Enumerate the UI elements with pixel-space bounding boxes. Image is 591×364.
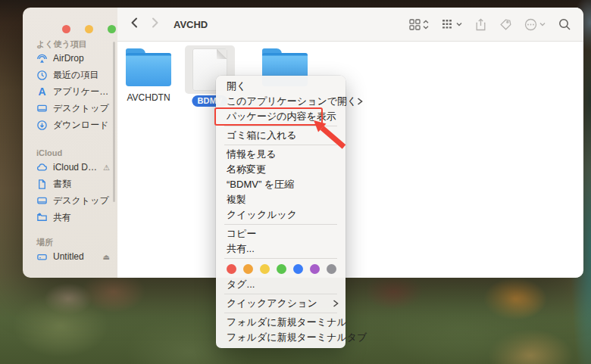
more-options-button[interactable]	[524, 18, 546, 31]
sidebar-item-label: アプリケー…	[53, 86, 108, 98]
desktop-icon	[36, 103, 48, 114]
sidebar-item-icloud-drive[interactable]: iCloud D… ⚠	[33, 159, 113, 176]
sidebar-item-label: AirDrop	[53, 53, 84, 64]
share-button[interactable]	[475, 18, 486, 31]
view-selector-button[interactable]	[409, 19, 429, 30]
sidebar-item-desktop-icloud[interactable]: デスクトップ	[33, 192, 113, 209]
folder-icon	[126, 53, 171, 86]
menu-item-duplicate[interactable]: 複製	[216, 192, 346, 207]
menu-item-quick-look[interactable]: クイックルック	[216, 207, 346, 222]
more-options-icon	[524, 18, 537, 31]
group-by-icon	[442, 19, 454, 30]
download-icon	[36, 120, 48, 131]
file-name-label: AVCHDTN	[120, 92, 177, 103]
sidebar-item-desktop[interactable]: デスクトップ	[33, 100, 113, 117]
finder-sidebar: よく使う項目 AirDrop 最近の項目 A アプリケー… デスクトップ ダウン…	[23, 8, 117, 278]
sidebar-item-label: デスクトップ	[53, 194, 109, 207]
menu-item-quick-actions[interactable]: クイックアクション	[216, 296, 346, 311]
tag-button[interactable]	[499, 18, 511, 30]
toolbar-actions	[409, 18, 571, 31]
sidebar-item-label: デスクトップ	[53, 102, 109, 115]
menu-separator	[224, 224, 337, 225]
updown-chevrons-icon	[423, 20, 429, 30]
menu-item-rename[interactable]: 名称変更	[216, 162, 346, 177]
sidebar-item-shared[interactable]: 共有	[33, 209, 113, 226]
sidebar-item-label: 最近の項目	[53, 69, 98, 82]
menu-item-new-terminal-at-folder[interactable]: フォルダに新規ターミナル	[216, 315, 346, 330]
group-by-button[interactable]	[442, 19, 462, 30]
forward-button[interactable]	[150, 17, 160, 32]
document-icon	[36, 179, 48, 190]
window-title: AVCHD	[174, 19, 208, 30]
menu-item-open-with[interactable]: このアプリケーションで開く	[216, 94, 346, 109]
file-item-avchdtn[interactable]: AVCHDTN	[120, 45, 177, 103]
clock-icon	[36, 70, 48, 81]
airdrop-icon	[36, 53, 48, 64]
traffic-lights	[62, 25, 116, 33]
tag-green[interactable]	[277, 264, 286, 274]
sidebar-item-documents[interactable]: 書類	[33, 176, 113, 192]
sidebar-item-untitled-volume[interactable]: Untitled ⏏	[33, 248, 113, 265]
tag-color-row	[216, 260, 346, 277]
tag-purple[interactable]	[310, 264, 320, 274]
search-icon	[558, 18, 571, 31]
sidebar-item-applications[interactable]: A アプリケー…	[33, 83, 113, 100]
menu-item-new-terminal-tab-at-folder[interactable]: フォルダに新規ターミナルタブ	[216, 330, 346, 345]
sidebar-item-label: iCloud D…	[53, 162, 97, 173]
tag-icon	[499, 18, 511, 30]
minimize-button[interactable]	[85, 25, 93, 33]
sidebar-item-recents[interactable]: 最近の項目	[33, 67, 113, 83]
menu-item-copy[interactable]: コピー	[216, 226, 346, 241]
chevron-down-icon	[456, 21, 462, 27]
search-button[interactable]	[558, 18, 571, 31]
submenu-chevron-icon	[333, 300, 339, 307]
applications-icon: A	[36, 86, 48, 98]
sidebar-item-label: Untitled	[53, 251, 84, 262]
desktop-icon	[36, 195, 48, 207]
menu-separator	[224, 294, 337, 294]
section-header: よく使う項目	[33, 38, 113, 50]
section-header: iCloud	[33, 147, 113, 159]
section-header: 場所	[33, 236, 113, 248]
chevron-down-icon	[539, 21, 546, 27]
navigation-buttons	[130, 17, 160, 32]
back-button[interactable]	[130, 17, 139, 32]
menu-item-compress[interactable]: “BDMV” を圧縮	[216, 177, 346, 192]
sidebar-section-favorites: よく使う項目 AirDrop 最近の項目 A アプリケー… デスクトップ ダウン…	[33, 38, 113, 133]
submenu-chevron-icon	[357, 98, 363, 105]
menu-item-tags[interactable]: タグ...	[216, 277, 346, 292]
tag-blue[interactable]	[293, 264, 303, 274]
share-icon	[475, 18, 486, 31]
menu-separator	[224, 258, 337, 259]
menu-item-open[interactable]: 開く	[216, 79, 346, 94]
sidebar-item-label: 書類	[53, 178, 71, 191]
close-button[interactable]	[62, 25, 70, 33]
sidebar-item-label: 共有	[53, 211, 71, 224]
tag-yellow[interactable]	[260, 264, 270, 274]
warning-icon: ⚠	[103, 163, 110, 172]
drive-icon	[36, 251, 48, 263]
sidebar-item-label: ダウンロード	[53, 119, 108, 132]
shared-folder-icon	[36, 212, 48, 223]
tag-red[interactable]	[227, 264, 236, 274]
sidebar-section-icloud: iCloud iCloud D… ⚠ 書類 デスクトップ 共有	[33, 147, 113, 226]
view-grid-icon	[409, 19, 421, 30]
sidebar-item-downloads[interactable]: ダウンロード	[33, 117, 113, 133]
menu-item-share[interactable]: 共有...	[216, 241, 346, 257]
sidebar-section-locations: 場所 Untitled ⏏	[33, 236, 113, 265]
annotation-highlight-box	[214, 107, 323, 126]
sidebar-item-airdrop[interactable]: AirDrop	[33, 50, 113, 67]
finder-content: AVCHD	[117, 8, 583, 278]
zoom-button[interactable]	[108, 25, 116, 33]
file-list-area[interactable]: AVCHDTN BDMV	[117, 42, 583, 278]
eject-icon[interactable]: ⏏	[103, 253, 110, 261]
finder-toolbar: AVCHD	[117, 8, 583, 42]
tag-gray[interactable]	[327, 264, 336, 274]
menu-separator	[224, 313, 337, 313]
cloud-icon	[36, 162, 48, 173]
annotation-arrow-icon	[309, 118, 349, 150]
tag-orange[interactable]	[243, 264, 253, 274]
sidebar-scrollbar[interactable]	[113, 42, 115, 202]
